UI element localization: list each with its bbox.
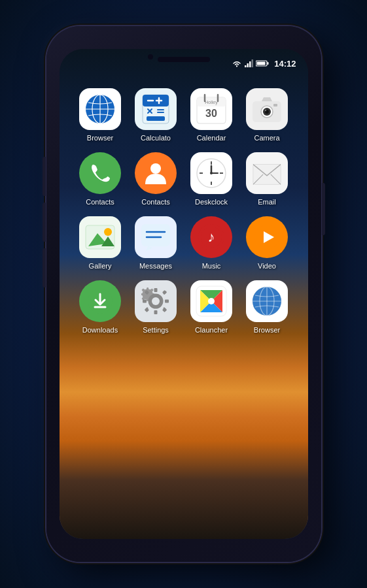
svg-rect-34 [273,104,277,106]
svg-rect-1 [245,65,247,67]
app-item-calendar[interactable]: 30 Holley Calendar [184,88,239,142]
svg-rect-2 [247,63,249,67]
app-label-calendar: Calendar [197,134,226,142]
svg-rect-3 [249,61,251,67]
app-label-downloads: Downloads [82,326,118,334]
svg-point-74 [152,297,160,305]
app-label-gallery: Gallery [89,262,112,270]
app-item-video[interactable]: Video [239,216,295,270]
app-label-messages: Messages [139,262,172,270]
svg-rect-7 [257,62,266,65]
app-label-calculator: Calculato [141,134,171,142]
svg-rect-76 [155,310,157,314]
svg-text:Holley: Holley [205,100,218,105]
svg-point-44 [210,172,213,174]
app-item-music[interactable]: ♪ Music [184,216,239,270]
app-item-deskclock[interactable]: Deskclock [184,152,239,206]
phone-screen: 14:12 Browser [60,49,308,539]
app-label-browser: Browser [87,134,113,142]
app-label-contacts-green: Contacts [86,198,114,206]
svg-rect-4 [252,59,254,67]
app-item-contacts-green[interactable]: Contacts [73,152,128,206]
app-label-video: Video [258,262,276,270]
svg-rect-77 [143,301,147,302]
svg-rect-75 [155,288,157,292]
app-label-camera: Camera [254,134,279,142]
app-item-calculator[interactable]: Calculato [128,88,184,142]
app-item-clauncher[interactable]: Clauncher [184,280,239,334]
svg-point-0 [236,66,237,67]
app-label-email: Email [258,198,276,206]
svg-rect-52 [141,224,170,246]
app-grid: Browser [60,82,308,340]
app-item-browser2[interactable]: Browser [239,280,295,334]
phone-outer: 14:12 Browser [46,26,321,562]
app-item-email[interactable]: Email [239,152,295,206]
wifi-icon [232,59,241,67]
app-label-settings: Settings [143,326,169,334]
svg-text:30: 30 [205,108,217,119]
app-item-downloads[interactable]: Downloads [73,280,128,334]
app-item-contacts-orange[interactable]: Contacts [128,152,184,206]
svg-rect-22 [147,116,165,121]
app-item-gallery[interactable]: Gallery [73,216,128,270]
app-label-browser2: Browser [254,326,280,334]
svg-rect-6 [268,62,269,65]
app-item-settings[interactable]: Settings [128,280,184,334]
app-label-clauncher: Clauncher [195,326,228,334]
svg-point-33 [265,110,266,111]
app-item-camera[interactable]: Camera [239,88,295,142]
app-item-messages[interactable]: Messages [128,216,184,270]
svg-text:♪: ♪ [208,229,215,245]
app-label-music: Music [202,262,221,270]
svg-point-35 [150,163,161,174]
status-bar: 14:12 [60,54,308,73]
app-label-contacts-orange: Contacts [141,198,169,206]
svg-point-88 [208,298,215,304]
svg-rect-78 [165,301,169,302]
status-time: 14:12 [274,59,296,69]
signal-icon [244,59,253,67]
battery-icon [256,59,269,67]
svg-point-51 [104,228,112,236]
app-item-browser[interactable]: Browser [73,88,128,142]
app-label-deskclock: Deskclock [195,198,228,206]
